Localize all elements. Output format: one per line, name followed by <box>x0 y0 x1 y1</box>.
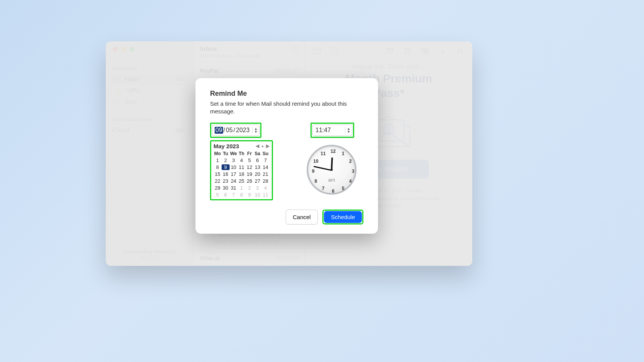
junk-icon[interactable] <box>421 47 429 55</box>
message-row-paypal[interactable]: PayPal REMIND ME <box>194 63 305 79</box>
minimize-window-icon[interactable] <box>121 47 126 52</box>
calendar-day[interactable]: 17 <box>230 171 238 177</box>
calendar-day[interactable]: 11 <box>261 192 269 198</box>
calendar-day[interactable]: 22 <box>214 178 222 184</box>
message-preview: ready! D Floppy disks 31:47 Vie… <box>200 239 299 245</box>
calendar-day[interactable]: 4 <box>238 157 246 163</box>
calendar-day[interactable]: 6 <box>253 157 261 163</box>
date-month-segment[interactable]: 05 <box>225 127 233 134</box>
inbox-icon <box>113 77 120 82</box>
sidebar-item-label: VIPs <box>127 87 140 94</box>
sidebar-item-vips[interactable]: ▶ VIPs <box>110 85 190 97</box>
clock-numeral: 3 <box>352 169 355 174</box>
clock-minute-hand[interactable] <box>314 166 332 171</box>
date-day-segment[interactable]: 09 <box>215 127 223 134</box>
list-subtitle: 289 messages, 153 unread <box>200 53 260 59</box>
calendar-day[interactable]: 31 <box>230 185 238 191</box>
stepper-arrows-icon[interactable]: ▲▼ <box>252 127 258 133</box>
calendar-day[interactable]: 7 <box>261 157 269 163</box>
date-stepper[interactable]: 09/05/2023 ▲▼ <box>212 124 260 136</box>
clock-numeral: 5 <box>342 186 345 191</box>
calendar-day[interactable]: 26 <box>245 178 253 184</box>
calendar-day[interactable]: 9 <box>245 192 253 198</box>
calendar-day[interactable]: 6 <box>222 192 230 198</box>
calendar-day[interactable]: 10 <box>230 164 238 170</box>
calendar-day[interactable]: 27 <box>253 178 261 184</box>
sidebar-item-sent[interactable]: Sent <box>110 97 190 108</box>
more-icon[interactable]: » <box>439 47 447 55</box>
calendar-day[interactable]: 5 <box>245 157 253 163</box>
sidebar-status: Downloading Messages 298 of 298 <box>110 246 190 263</box>
calendar-day[interactable]: 23 <box>222 178 230 184</box>
calendar-next-icon[interactable]: ▶ <box>266 143 269 149</box>
calendar-day[interactable]: 25 <box>238 178 246 184</box>
calendar-day[interactable]: 12 <box>245 164 253 170</box>
clock-numeral: 4 <box>349 179 352 184</box>
calendar-day[interactable]: 8 <box>214 164 222 170</box>
calendar-day[interactable]: 16 <box>222 171 230 177</box>
sidebar-item-label: Inbox <box>124 76 139 83</box>
content-toolbar: » <box>311 47 466 59</box>
calendar-day[interactable]: 1 <box>238 185 246 191</box>
date-year-segment[interactable]: 2023 <box>236 127 250 134</box>
fullscreen-window-icon[interactable] <box>130 47 135 52</box>
calendar-day-header: Tu <box>222 151 230 156</box>
remind-me-tag: REMIND ME <box>274 68 299 74</box>
calendar-prev-icon[interactable]: ◀ <box>256 143 259 149</box>
schedule-button[interactable]: Schedule <box>324 211 362 223</box>
search-icon[interactable] <box>456 47 465 55</box>
stepper-arrows-icon[interactable]: ▲▼ <box>345 127 350 133</box>
envelope-icon[interactable] <box>313 47 321 55</box>
clock-numeral: 8 <box>315 179 317 184</box>
calendar-day[interactable]: 5 <box>214 192 222 198</box>
chevron-right-icon: ▶ <box>108 88 111 93</box>
calendar-day[interactable]: 14 <box>261 164 269 170</box>
message-list-header: Inbox 289 messages, 153 unread <box>194 41 305 63</box>
calendar-today-icon[interactable]: ● <box>261 144 264 148</box>
sidebar-section-smart: Smart Mailboxes <box>112 116 188 122</box>
calendar-day[interactable]: 21 <box>261 171 269 177</box>
message-row-otter[interactable]: Otter.ai 17/11/2022 <box>194 250 305 266</box>
sidebar-item-inbox[interactable]: Inbox 153 <box>110 74 190 85</box>
calendar-day[interactable]: 19 <box>245 171 253 177</box>
calendar-day[interactable]: 18 <box>238 171 246 177</box>
calendar-day[interactable]: 20 <box>253 171 261 177</box>
time-value[interactable]: 11:47 <box>315 127 331 134</box>
calendar-day[interactable]: 3 <box>230 157 238 163</box>
compose-icon[interactable] <box>330 47 339 55</box>
trash-icon[interactable] <box>403 47 412 55</box>
clock-numeral: 10 <box>313 159 318 164</box>
svg-rect-3 <box>388 50 393 53</box>
calendar-day[interactable]: 1 <box>214 157 222 163</box>
calendar-day[interactable]: 2 <box>245 185 253 191</box>
sidebar-item-icloud[interactable]: iCloud 154 <box>110 124 190 136</box>
calendar-day[interactable]: 11 <box>238 164 246 170</box>
calendar-day[interactable]: 28 <box>261 178 269 184</box>
calendar-day[interactable]: 9 <box>222 164 230 170</box>
calendar-day[interactable]: 30 <box>222 185 230 191</box>
icloud-count: 154 <box>172 127 186 134</box>
calendar-day[interactable]: 2 <box>222 157 230 163</box>
remind-me-dialog: Remind Me Set a time for when Mail shoul… <box>196 78 378 234</box>
paperplane-icon <box>113 100 120 105</box>
star-icon <box>116 88 123 93</box>
close-window-icon[interactable] <box>113 47 118 52</box>
calendar-day[interactable]: 24 <box>230 178 238 184</box>
calendar-day[interactable]: 10 <box>253 192 261 198</box>
calendar-day[interactable]: 8 <box>238 192 246 198</box>
calendar-day[interactable]: 13 <box>253 164 261 170</box>
time-field-highlight: 11:47 ▲▼ <box>310 123 354 138</box>
calendar-day[interactable]: 4 <box>261 185 269 191</box>
dialog-title: Remind Me <box>210 90 363 98</box>
calendar-day[interactable]: 29 <box>214 185 222 191</box>
archive-icon[interactable] <box>386 47 394 55</box>
analog-clock[interactable]: am 123456789101112 <box>307 145 356 195</box>
time-stepper[interactable]: 11:47 ▲▼ <box>312 124 352 136</box>
filter-icon[interactable] <box>291 45 299 54</box>
clock-numeral: 12 <box>330 149 335 154</box>
calendar-day[interactable]: 15 <box>214 171 222 177</box>
calendar-day[interactable]: 7 <box>230 192 238 198</box>
calendar-day-header: We <box>230 151 238 156</box>
calendar-day[interactable]: 3 <box>253 185 261 191</box>
cancel-button[interactable]: Cancel <box>286 210 318 224</box>
